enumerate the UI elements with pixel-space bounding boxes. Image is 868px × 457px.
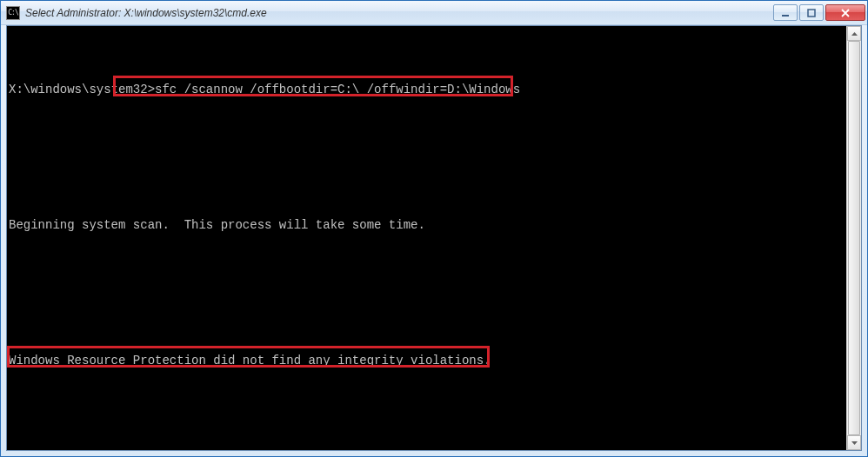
console-output[interactable]: X:\windows\system32>sfc /scannow /offboo… <box>7 26 846 450</box>
close-button[interactable] <box>825 4 865 21</box>
scan-message: Beginning system scan. This process will… <box>9 218 425 232</box>
svg-rect-1 <box>808 10 815 17</box>
blank-line <box>9 146 845 169</box>
svg-rect-0 <box>782 15 789 17</box>
scroll-track-area[interactable] <box>847 41 861 435</box>
scroll-up-button[interactable] <box>847 26 861 41</box>
blank-line <box>9 281 845 304</box>
window-controls <box>773 4 865 21</box>
prompt: X:\windows\system32> <box>9 83 155 96</box>
command-text: sfc /scannow /offbootdir=C:\ /offwindir=… <box>155 83 520 96</box>
minimize-button[interactable] <box>773 4 798 21</box>
console-line: X:\windows\system32>sfc /scannow /offboo… <box>9 78 845 101</box>
window-title: Select Administrator: X:\windows\system3… <box>25 7 773 19</box>
maximize-button[interactable] <box>799 4 824 21</box>
scroll-down-button[interactable] <box>847 435 861 450</box>
console-line: Windows Resource Protection did not find… <box>9 349 845 372</box>
cmd-icon: C:\ <box>6 6 20 20</box>
blank-line <box>9 417 845 440</box>
cmd-window: C:\ Select Administrator: X:\windows\sys… <box>0 0 868 457</box>
result-message: Windows Resource Protection did not find… <box>9 354 491 368</box>
client-area: X:\windows\system32>sfc /scannow /offboo… <box>6 25 862 451</box>
titlebar[interactable]: C:\ Select Administrator: X:\windows\sys… <box>1 1 867 25</box>
vertical-scrollbar[interactable] <box>846 26 861 450</box>
console-line: Beginning system scan. This process will… <box>9 214 845 236</box>
scroll-thumb[interactable] <box>848 41 860 435</box>
